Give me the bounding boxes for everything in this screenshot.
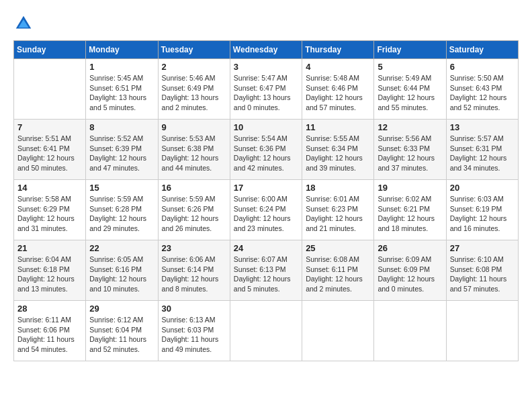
calendar-cell: 28 Sunrise: 6:11 AMSunset: 6:06 PMDaylig… [14,301,86,361]
day-info: Sunrise: 5:49 AMSunset: 6:44 PMDaylight:… [378,73,442,113]
calendar-header-row: SundayMondayTuesdayWednesdayThursdayFrid… [14,41,519,59]
day-number: 22 [89,243,154,253]
day-info: Sunrise: 6:08 AMSunset: 6:11 PMDaylight:… [306,255,370,294]
calendar-week-row: 14 Sunrise: 5:58 AMSunset: 6:29 PMDaylig… [14,180,519,240]
calendar-cell: 9 Sunrise: 5:53 AMSunset: 6:38 PMDayligh… [158,120,230,180]
day-number: 12 [378,122,442,132]
calendar-cell: 12 Sunrise: 5:56 AMSunset: 6:33 PMDaylig… [374,120,446,180]
calendar-cell: 6 Sunrise: 5:50 AMSunset: 6:43 PMDayligh… [446,59,518,120]
calendar-week-row: 7 Sunrise: 5:51 AMSunset: 6:41 PMDayligh… [14,120,519,180]
weekday-header-sunday: Sunday [14,41,86,59]
day-info: Sunrise: 5:59 AMSunset: 6:28 PMDaylight:… [89,194,154,234]
logo-icon [13,13,34,34]
day-number: 13 [450,122,515,132]
calendar-cell: 19 Sunrise: 6:02 AMSunset: 6:21 PMDaylig… [374,180,446,240]
day-info: Sunrise: 6:01 AMSunset: 6:23 PMDaylight:… [306,194,370,234]
day-number: 23 [162,243,226,253]
calendar-cell: 21 Sunrise: 6:04 AMSunset: 6:18 PMDaylig… [14,240,86,301]
calendar-cell: 20 Sunrise: 6:03 AMSunset: 6:19 PMDaylig… [446,180,518,240]
day-number: 10 [234,122,298,132]
calendar-cell: 14 Sunrise: 5:58 AMSunset: 6:29 PMDaylig… [14,180,86,240]
calendar-cell: 16 Sunrise: 5:59 AMSunset: 6:26 PMDaylig… [158,180,230,240]
weekday-header-saturday: Saturday [446,41,518,59]
day-info: Sunrise: 5:51 AMSunset: 6:41 PMDaylight:… [17,134,82,173]
calendar-cell: 30 Sunrise: 6:13 AMSunset: 6:03 PMDaylig… [158,301,230,361]
calendar-cell [374,301,446,361]
calendar-cell: 2 Sunrise: 5:46 AMSunset: 6:49 PMDayligh… [158,59,230,120]
day-info: Sunrise: 5:59 AMSunset: 6:26 PMDaylight:… [162,194,226,234]
day-info: Sunrise: 6:03 AMSunset: 6:19 PMDaylight:… [450,194,515,234]
calendar-cell: 1 Sunrise: 5:45 AMSunset: 6:51 PMDayligh… [86,59,158,120]
day-info: Sunrise: 6:04 AMSunset: 6:18 PMDaylight:… [17,255,82,294]
calendar-cell: 10 Sunrise: 5:54 AMSunset: 6:36 PMDaylig… [230,120,302,180]
calendar-cell: 23 Sunrise: 6:06 AMSunset: 6:14 PMDaylig… [158,240,230,301]
calendar-week-row: 28 Sunrise: 6:11 AMSunset: 6:06 PMDaylig… [14,301,519,361]
day-number: 1 [89,62,154,72]
logo [13,13,36,34]
day-info: Sunrise: 5:47 AMSunset: 6:47 PMDaylight:… [234,73,298,113]
day-number: 25 [306,243,370,253]
day-info: Sunrise: 5:53 AMSunset: 6:38 PMDaylight:… [162,134,226,173]
day-info: Sunrise: 6:10 AMSunset: 6:08 PMDaylight:… [450,255,515,294]
day-number: 16 [162,183,226,193]
day-number: 9 [162,122,226,132]
calendar-cell: 27 Sunrise: 6:10 AMSunset: 6:08 PMDaylig… [446,240,518,301]
calendar-cell: 22 Sunrise: 6:05 AMSunset: 6:16 PMDaylig… [86,240,158,301]
calendar-cell [230,301,302,361]
weekday-header-wednesday: Wednesday [230,41,302,59]
page-header [13,13,519,34]
day-info: Sunrise: 5:46 AMSunset: 6:49 PMDaylight:… [162,73,226,113]
day-number: 6 [450,62,515,72]
calendar-cell [446,301,518,361]
day-info: Sunrise: 6:07 AMSunset: 6:13 PMDaylight:… [234,255,298,294]
day-number: 17 [234,183,298,193]
day-number: 29 [89,304,154,314]
weekday-header-monday: Monday [86,41,158,59]
day-info: Sunrise: 5:48 AMSunset: 6:46 PMDaylight:… [306,73,370,113]
calendar-week-row: 21 Sunrise: 6:04 AMSunset: 6:18 PMDaylig… [14,240,519,301]
day-number: 19 [378,183,442,193]
calendar-cell: 7 Sunrise: 5:51 AMSunset: 6:41 PMDayligh… [14,120,86,180]
day-info: Sunrise: 6:05 AMSunset: 6:16 PMDaylight:… [89,255,154,294]
day-info: Sunrise: 5:57 AMSunset: 6:31 PMDaylight:… [450,134,515,173]
calendar-cell: 29 Sunrise: 6:12 AMSunset: 6:04 PMDaylig… [86,301,158,361]
day-info: Sunrise: 6:12 AMSunset: 6:04 PMDaylight:… [89,315,154,355]
day-info: Sunrise: 6:09 AMSunset: 6:09 PMDaylight:… [378,255,442,294]
day-info: Sunrise: 5:50 AMSunset: 6:43 PMDaylight:… [450,73,515,113]
day-info: Sunrise: 5:56 AMSunset: 6:33 PMDaylight:… [378,134,442,173]
weekday-header-tuesday: Tuesday [158,41,230,59]
day-info: Sunrise: 5:52 AMSunset: 6:39 PMDaylight:… [89,134,154,173]
calendar-cell [14,59,86,120]
day-number: 5 [378,62,442,72]
day-number: 14 [17,183,82,193]
day-number: 7 [17,122,82,132]
calendar-cell: 17 Sunrise: 6:00 AMSunset: 6:24 PMDaylig… [230,180,302,240]
day-number: 20 [450,183,515,193]
day-info: Sunrise: 6:00 AMSunset: 6:24 PMDaylight:… [234,194,298,234]
day-info: Sunrise: 5:58 AMSunset: 6:29 PMDaylight:… [17,194,82,234]
day-number: 27 [450,243,515,253]
calendar-cell: 26 Sunrise: 6:09 AMSunset: 6:09 PMDaylig… [374,240,446,301]
calendar-table: SundayMondayTuesdayWednesdayThursdayFrid… [13,40,519,361]
calendar-cell: 5 Sunrise: 5:49 AMSunset: 6:44 PMDayligh… [374,59,446,120]
calendar-cell: 8 Sunrise: 5:52 AMSunset: 6:39 PMDayligh… [86,120,158,180]
calendar-cell: 15 Sunrise: 5:59 AMSunset: 6:28 PMDaylig… [86,180,158,240]
calendar-cell: 13 Sunrise: 5:57 AMSunset: 6:31 PMDaylig… [446,120,518,180]
calendar-cell: 18 Sunrise: 6:01 AMSunset: 6:23 PMDaylig… [302,180,374,240]
day-number: 8 [89,122,154,132]
day-number: 30 [162,304,226,314]
calendar-cell: 25 Sunrise: 6:08 AMSunset: 6:11 PMDaylig… [302,240,374,301]
day-number: 15 [89,183,154,193]
day-number: 26 [378,243,442,253]
day-number: 18 [306,183,370,193]
day-number: 11 [306,122,370,132]
day-info: Sunrise: 5:55 AMSunset: 6:34 PMDaylight:… [306,134,370,173]
day-info: Sunrise: 6:02 AMSunset: 6:21 PMDaylight:… [378,194,442,234]
day-info: Sunrise: 5:45 AMSunset: 6:51 PMDaylight:… [89,73,154,113]
day-number: 4 [306,62,370,72]
calendar-cell [302,301,374,361]
day-info: Sunrise: 6:11 AMSunset: 6:06 PMDaylight:… [17,315,82,355]
calendar-cell: 4 Sunrise: 5:48 AMSunset: 6:46 PMDayligh… [302,59,374,120]
day-number: 24 [234,243,298,253]
day-info: Sunrise: 6:13 AMSunset: 6:03 PMDaylight:… [162,315,226,355]
